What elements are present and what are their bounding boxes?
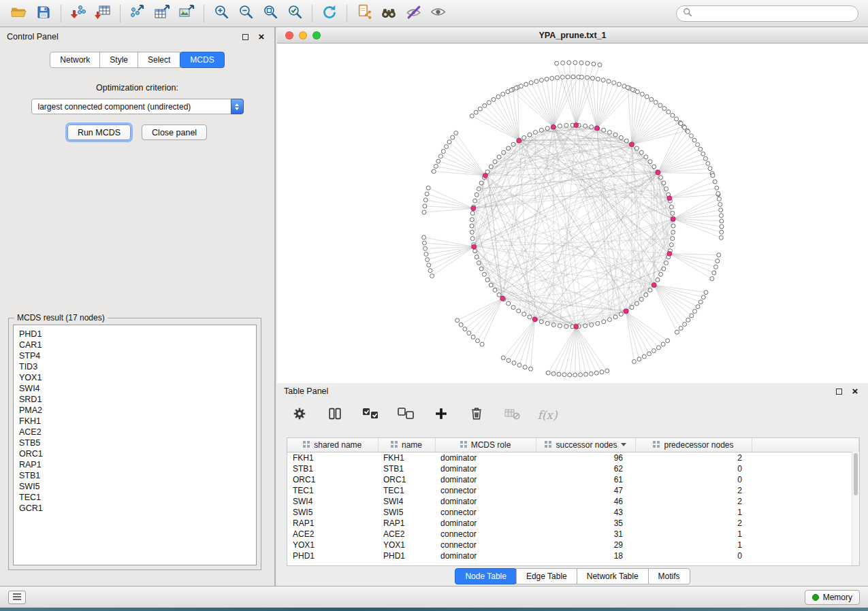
network-node[interactable]	[483, 103, 487, 108]
network-node[interactable]	[436, 159, 440, 163]
network-node[interactable]	[648, 288, 652, 292]
criterion-dropdown[interactable]: largest connected component (undirected)	[31, 99, 244, 114]
network-node[interactable]	[470, 218, 474, 222]
network-node[interactable]	[497, 155, 501, 159]
network-node[interactable]	[686, 129, 690, 133]
table-cell[interactable]: PHD1	[287, 550, 378, 561]
network-node[interactable]	[592, 62, 596, 66]
network-mcds-node[interactable]	[574, 123, 579, 128]
mcds-result-item[interactable]: STP4	[19, 350, 251, 361]
network-node[interactable]	[564, 325, 568, 329]
table-cell[interactable]: 0	[635, 463, 752, 474]
network-node[interactable]	[422, 235, 426, 240]
mcds-result-list[interactable]: PHD1CAR1STP4TID3YOX1SWI4SRD1PMA2FKH1ACE2…	[13, 325, 257, 565]
window-maximize-icon[interactable]	[312, 31, 321, 39]
network-node[interactable]	[517, 363, 521, 367]
network-mcds-node[interactable]	[667, 251, 672, 256]
mcds-result-item[interactable]: TEC1	[19, 492, 251, 503]
table-cell[interactable]: dominator	[435, 452, 536, 463]
deselect-all-button[interactable]	[397, 406, 415, 424]
mcds-result-item[interactable]: STB5	[19, 437, 251, 448]
network-node[interactable]	[692, 138, 696, 142]
network-node[interactable]	[605, 369, 609, 373]
mcds-result-item[interactable]: SRD1	[19, 394, 251, 405]
network-node[interactable]	[539, 78, 543, 82]
network-node[interactable]	[719, 235, 723, 240]
network-node[interactable]	[589, 371, 593, 376]
network-node[interactable]	[546, 371, 550, 375]
table-cell[interactable]: connector	[435, 540, 536, 550]
network-node[interactable]	[522, 312, 526, 316]
network-node[interactable]	[507, 301, 511, 306]
network-node[interactable]	[425, 192, 429, 196]
network-mcds-node[interactable]	[652, 282, 656, 287]
network-node[interactable]	[656, 346, 660, 350]
network-node[interactable]	[648, 160, 652, 164]
add-row-button[interactable]	[432, 406, 450, 424]
table-cell[interactable]: YOX1	[287, 540, 378, 550]
network-node[interactable]	[493, 160, 497, 164]
network-node[interactable]	[573, 373, 577, 377]
network-node[interactable]	[683, 322, 687, 326]
network-node[interactable]	[438, 154, 443, 159]
network-node[interactable]	[470, 211, 475, 215]
network-node[interactable]	[480, 342, 484, 346]
network-node[interactable]	[558, 124, 562, 128]
network-node[interactable]	[718, 202, 722, 206]
table-cell[interactable]: ORC1	[287, 474, 378, 485]
tab-style[interactable]: Style	[99, 52, 138, 68]
network-node[interactable]	[528, 315, 532, 319]
network-node[interactable]	[476, 339, 480, 343]
network-node[interactable]	[649, 97, 654, 101]
export-table-button[interactable]	[150, 3, 174, 24]
network-node[interactable]	[489, 283, 493, 287]
network-node[interactable]	[430, 274, 434, 278]
table-cell[interactable]: 1	[635, 529, 752, 540]
network-node[interactable]	[425, 258, 430, 262]
network-node[interactable]	[701, 295, 705, 299]
select-all-button[interactable]	[361, 406, 379, 424]
network-node[interactable]	[475, 193, 479, 197]
network-node[interactable]	[717, 197, 721, 201]
zoom-selected-button[interactable]	[283, 3, 307, 24]
table-cell[interactable]: TEC1	[378, 485, 435, 496]
network-node[interactable]	[652, 348, 656, 352]
network-node[interactable]	[545, 127, 549, 131]
mcds-result-item[interactable]: FKH1	[19, 416, 251, 427]
network-node[interactable]	[487, 101, 491, 105]
network-node[interactable]	[598, 63, 602, 67]
mcds-result-item[interactable]: YOX1	[19, 372, 251, 383]
table-cell[interactable]: STB1	[378, 463, 435, 474]
network-node[interactable]	[619, 312, 623, 316]
network-node[interactable]	[612, 81, 616, 85]
network-node[interactable]	[477, 261, 481, 265]
tab-motifs[interactable]: Motifs	[648, 568, 690, 584]
network-node[interactable]	[584, 372, 588, 376]
table-row[interactable]: TEC1TEC1connector472	[287, 485, 859, 496]
close-mcds-panel-button[interactable]: Close panel	[142, 125, 207, 140]
network-node[interactable]	[717, 253, 721, 257]
network-node[interactable]	[640, 92, 644, 96]
column-header-name[interactable]: name	[378, 438, 435, 452]
show-columns-button[interactable]	[326, 406, 344, 424]
network-node[interactable]	[497, 293, 501, 297]
table-cell[interactable]: 43	[536, 507, 635, 518]
network-node[interactable]	[550, 76, 554, 80]
zoom-in-button[interactable]	[209, 3, 234, 24]
network-node[interactable]	[596, 77, 600, 81]
network-node[interactable]	[659, 176, 663, 180]
network-node[interactable]	[478, 107, 482, 111]
network-node[interactable]	[477, 187, 481, 191]
network-node[interactable]	[423, 198, 428, 202]
network-node[interactable]	[522, 135, 526, 139]
network-node[interactable]	[496, 95, 500, 99]
network-canvas[interactable]	[277, 44, 868, 383]
network-node[interactable]	[485, 278, 489, 282]
table-cell[interactable]: TEC1	[287, 485, 378, 496]
table-cell[interactable]: 46	[536, 496, 635, 507]
export-network-button[interactable]	[125, 3, 150, 24]
table-cell[interactable]: SWI5	[378, 507, 435, 518]
network-node[interactable]	[626, 86, 630, 90]
network-node[interactable]	[594, 371, 598, 375]
network-node[interactable]	[473, 249, 477, 253]
